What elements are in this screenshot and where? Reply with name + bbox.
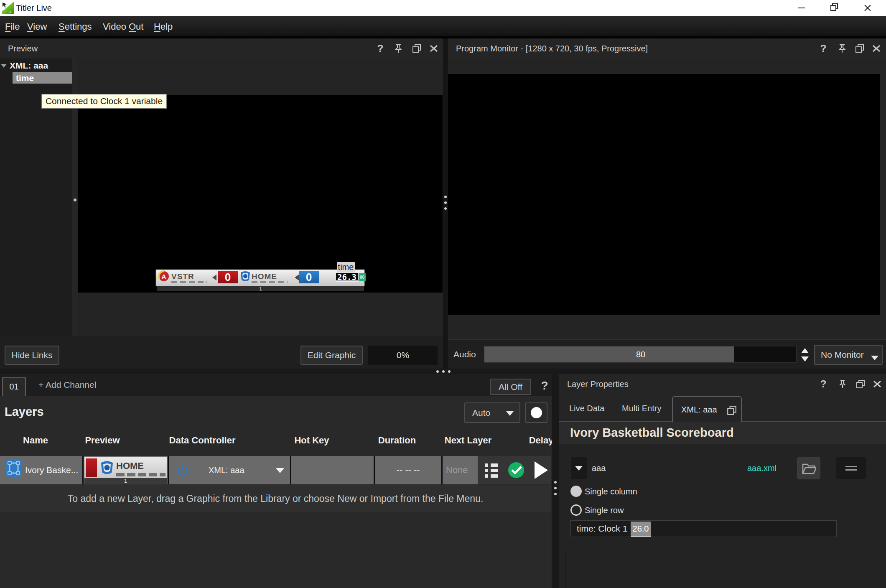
layer-preview-cell[interactable]: HOME 1: [84, 456, 168, 484]
minimize-button[interactable]: [788, 0, 813, 16]
tab-live-data[interactable]: Live Data: [569, 395, 605, 422]
close-panel-icon[interactable]: [429, 43, 439, 53]
list-row: [485, 474, 498, 478]
radio-single-row[interactable]: [570, 504, 582, 516]
status-ok-icon[interactable]: [508, 462, 524, 478]
duration-value: -- -- --: [375, 456, 441, 484]
help-icon[interactable]: ?: [818, 379, 828, 389]
menu-bar: File View Settings Video Out Help: [0, 16, 886, 38]
float-icon[interactable]: [412, 43, 422, 53]
data-controller-cell[interactable]: XML: aaa: [169, 456, 290, 484]
preview-panel-title: Preview: [8, 38, 38, 59]
auto-dropdown[interactable]: Auto: [464, 402, 520, 423]
restore-button[interactable]: [822, 0, 847, 16]
duration-cell[interactable]: -- -- --: [375, 456, 441, 484]
menu-view[interactable]: View: [27, 16, 47, 37]
record-icon: [531, 407, 542, 418]
float-icon[interactable]: [855, 379, 866, 389]
splitter-dot: [444, 201, 447, 204]
splitter-dot: [554, 487, 557, 489]
help-icon[interactable]: ?: [818, 43, 828, 53]
all-off-button[interactable]: All Off: [490, 379, 531, 395]
list-icon[interactable]: [485, 463, 498, 478]
thumb-red-box: [86, 458, 97, 477]
audio-down-icon[interactable]: [801, 356, 809, 361]
add-channel-button[interactable]: + Add Channel: [38, 374, 96, 396]
thumb-period: 1: [84, 478, 167, 484]
column-duration: Duration: [378, 435, 416, 446]
next-layer-cell[interactable]: None: [443, 456, 478, 484]
horizontal-splitter[interactable]: [0, 369, 886, 374]
help-icon[interactable]: ?: [538, 377, 551, 394]
tree-item-time[interactable]: time: [13, 72, 72, 84]
column-hot-key: Hot Key: [294, 435, 329, 446]
chevron-down-icon: [575, 466, 583, 471]
thumb-team-name: HOME: [116, 461, 144, 471]
home-logo: [239, 270, 251, 283]
menu-help[interactable]: Help: [154, 16, 173, 37]
audio-up-icon[interactable]: [801, 348, 809, 353]
splitter-dot: [442, 370, 445, 373]
close-panel-icon[interactable]: [871, 43, 881, 53]
preview-program-splitter[interactable]: [443, 38, 448, 369]
next-layer-value: None: [446, 456, 468, 484]
splitter-dot: [74, 199, 76, 201]
tab-xml-aaa[interactable]: XML: aaa: [672, 396, 742, 422]
layer-name-cell[interactable]: Ivory Baske...: [0, 456, 82, 484]
tab-multi-entry[interactable]: Multi Entry: [622, 395, 661, 422]
splitter-dot: [554, 481, 557, 484]
properties-panel-header: Layer Properties ?: [559, 374, 886, 395]
layer-name: Ivory Baske...: [25, 456, 78, 484]
radio-single-column[interactable]: [570, 486, 582, 497]
preview-bottom-bar: Hide Links Edit Graphic 0%: [0, 336, 443, 369]
close-panel-icon[interactable]: [872, 379, 882, 389]
channels-panel: 01 + Add Channel All Off ? Layers Auto N…: [0, 374, 552, 588]
pin-icon[interactable]: [393, 43, 403, 53]
home-dashes: [252, 281, 288, 283]
audio-label: Audio: [453, 340, 476, 369]
audio-slider[interactable]: 80: [484, 346, 797, 363]
layer-properties-panel: Layer Properties ? Live Data Multi Entry…: [559, 374, 886, 588]
pin-icon[interactable]: [838, 379, 848, 389]
group-border: [565, 552, 566, 588]
program-panel-header: Program Monitor - [1280 x 720, 30 fps, P…: [448, 38, 886, 59]
chevron-down-icon: [871, 356, 878, 360]
source-menu-button[interactable]: [836, 457, 866, 479]
visitor-score: 0: [218, 271, 238, 283]
channels-properties-splitter[interactable]: [552, 374, 559, 588]
float-tab-icon: [726, 405, 737, 416]
menu-file[interactable]: File: [5, 16, 20, 37]
splitter-dot: [444, 196, 447, 198]
play-icon[interactable]: [535, 461, 548, 479]
monitor-select[interactable]: No Monitor: [814, 345, 883, 365]
pin-icon[interactable]: [837, 43, 847, 53]
svg-text:TL: TL: [8, 10, 12, 14]
visitor-dashes: [171, 281, 207, 283]
source-file-link[interactable]: aaa.xml: [747, 457, 777, 479]
float-icon[interactable]: [855, 43, 865, 53]
menu-video-out[interactable]: Video Out: [103, 16, 143, 37]
channel-tab-01[interactable]: 01: [2, 377, 26, 396]
hot-key-cell[interactable]: [291, 456, 374, 484]
app-title: Titler Live: [16, 0, 52, 16]
tree-expand-icon[interactable]: [1, 64, 7, 68]
layers-heading: Layers: [5, 405, 44, 419]
close-button[interactable]: [855, 0, 880, 16]
column-delay: Delay: [529, 435, 554, 446]
edit-graphic-button[interactable]: Edit Graphic: [300, 346, 363, 365]
hide-links-button[interactable]: Hide Links: [5, 346, 59, 365]
tree-root-xml[interactable]: XML: aaa: [10, 61, 48, 71]
layer-row[interactable]: Ivory Baske... HOME 1: [0, 456, 551, 484]
record-button[interactable]: [525, 402, 547, 423]
time-field-row[interactable]: time: Clock 1 26.0: [570, 520, 837, 537]
visitor-arrow-icon: [212, 275, 216, 280]
help-icon[interactable]: ?: [375, 43, 385, 53]
source-expand-button[interactable]: [571, 457, 587, 479]
layers-hint-text: To add a new Layer, drag a Graphic from …: [0, 485, 551, 512]
browse-folder-button[interactable]: [797, 457, 820, 479]
time-field-value[interactable]: 26.0: [631, 522, 651, 537]
power-icon[interactable]: [177, 465, 188, 476]
menu-settings[interactable]: Settings: [59, 16, 92, 37]
timeout-indicator: 00: [359, 273, 366, 281]
splitter-dot: [436, 370, 439, 373]
